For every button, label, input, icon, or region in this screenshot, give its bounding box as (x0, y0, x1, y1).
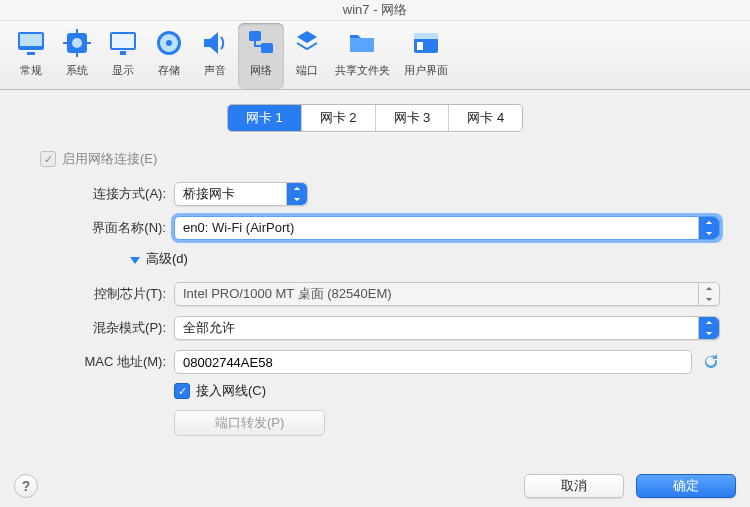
tab-adapter-3[interactable]: 网卡 3 (376, 105, 450, 131)
adapter-tabs: 网卡 1 网卡 2 网卡 3 网卡 4 (0, 90, 750, 132)
svg-rect-20 (417, 42, 423, 50)
network-form: 启用网络连接(E) 连接方式(A): 桥接网卡 界面名称(N): en0: Wi… (0, 132, 750, 507)
svg-rect-15 (249, 31, 261, 41)
monitor-icon (15, 27, 47, 59)
window-title: win7 - 网络 (0, 0, 750, 21)
settings-window: win7 - 网络 常规 系统 显示 存储 (0, 0, 750, 507)
toolbar-item-label: 声音 (204, 63, 226, 78)
toolbar-item-label: 显示 (112, 63, 134, 78)
promiscuous-mode-value: 全部允许 (183, 320, 235, 335)
svg-rect-2 (27, 52, 35, 55)
display-icon (107, 27, 139, 59)
attach-mode-label: 连接方式(A): (30, 185, 174, 203)
toolbar-item-general[interactable]: 常规 (8, 23, 54, 89)
interface-name-label: 界面名称(N): (30, 219, 174, 237)
toolbar-item-storage[interactable]: 存储 (146, 23, 192, 89)
promiscuous-mode-select[interactable]: 全部允许 (174, 316, 720, 340)
toolbar-item-label: 用户界面 (404, 63, 448, 78)
toolbar-item-label: 存储 (158, 63, 180, 78)
folder-icon (346, 27, 378, 59)
disk-icon (153, 27, 185, 59)
cable-connected-checkbox[interactable] (174, 383, 190, 399)
promiscuous-mode-label: 混杂模式(P): (30, 319, 174, 337)
svg-rect-11 (120, 51, 126, 55)
ok-button[interactable]: 确定 (636, 474, 736, 498)
toolbar-item-audio[interactable]: 声音 (192, 23, 238, 89)
toolbar-item-label: 系统 (66, 63, 88, 78)
svg-point-14 (166, 40, 172, 46)
toolbar-item-label: 常规 (20, 63, 42, 78)
enable-network-checkbox (40, 151, 56, 167)
cancel-button[interactable]: 取消 (524, 474, 624, 498)
chevron-up-down-icon (698, 317, 719, 339)
attach-mode-value: 桥接网卡 (183, 186, 235, 201)
advanced-toggle-label[interactable]: 高级(d) (146, 250, 188, 268)
help-button[interactable]: ? (14, 474, 38, 498)
adapter-type-select[interactable]: Intel PRO/1000 MT 桌面 (82540EM) (174, 282, 720, 306)
toolbar-item-user-interface[interactable]: 用户界面 (394, 23, 458, 89)
window-icon (410, 27, 442, 59)
svg-point-4 (72, 38, 82, 48)
toolbar-item-shared-folders[interactable]: 共享文件夹 (330, 23, 394, 89)
svg-rect-17 (350, 38, 374, 52)
mac-address-input[interactable] (174, 350, 692, 374)
svg-rect-19 (414, 33, 438, 39)
chip-icon (61, 27, 93, 59)
svg-rect-10 (112, 34, 134, 48)
cable-connected-label: 接入网线(C) (196, 382, 266, 400)
toolbar-item-label: 共享文件夹 (335, 63, 390, 78)
enable-network-label: 启用网络连接(E) (62, 150, 157, 168)
mac-address-label: MAC 地址(M): (30, 353, 174, 371)
port-icon (291, 27, 323, 59)
adapter-type-value: Intel PRO/1000 MT 桌面 (82540EM) (183, 286, 392, 301)
chevron-up-down-icon (698, 217, 719, 239)
toolbar-item-ports[interactable]: 端口 (284, 23, 330, 89)
tab-adapter-2[interactable]: 网卡 2 (302, 105, 376, 131)
toolbar-item-display[interactable]: 显示 (100, 23, 146, 89)
speaker-icon (199, 27, 231, 59)
interface-name-select[interactable]: en0: Wi-Fi (AirPort) (174, 216, 720, 240)
network-icon (245, 27, 277, 59)
dialog-footer: ? 取消 确定 (0, 465, 750, 507)
toolbar-item-label: 网络 (250, 63, 272, 78)
toolbar-item-label: 端口 (296, 63, 318, 78)
interface-name-value: en0: Wi-Fi (AirPort) (183, 220, 294, 235)
chevron-up-down-icon (698, 283, 719, 305)
port-forwarding-button[interactable]: 端口转发(P) (174, 410, 325, 436)
svg-rect-16 (261, 43, 273, 53)
attach-mode-select[interactable]: 桥接网卡 (174, 182, 308, 206)
toolbar: 常规 系统 显示 存储 声音 (0, 21, 750, 90)
adapter-type-label: 控制芯片(T): (30, 285, 174, 303)
tab-adapter-4[interactable]: 网卡 4 (449, 105, 522, 131)
toolbar-item-system[interactable]: 系统 (54, 23, 100, 89)
disclosure-triangle-icon[interactable] (130, 257, 140, 264)
toolbar-item-network[interactable]: 网络 (238, 23, 284, 89)
svg-rect-1 (20, 34, 42, 46)
question-mark-icon: ? (22, 478, 31, 494)
tab-adapter-1[interactable]: 网卡 1 (228, 105, 302, 131)
refresh-mac-button[interactable] (702, 353, 720, 371)
chevron-up-down-icon (286, 183, 307, 205)
refresh-icon (703, 354, 719, 370)
